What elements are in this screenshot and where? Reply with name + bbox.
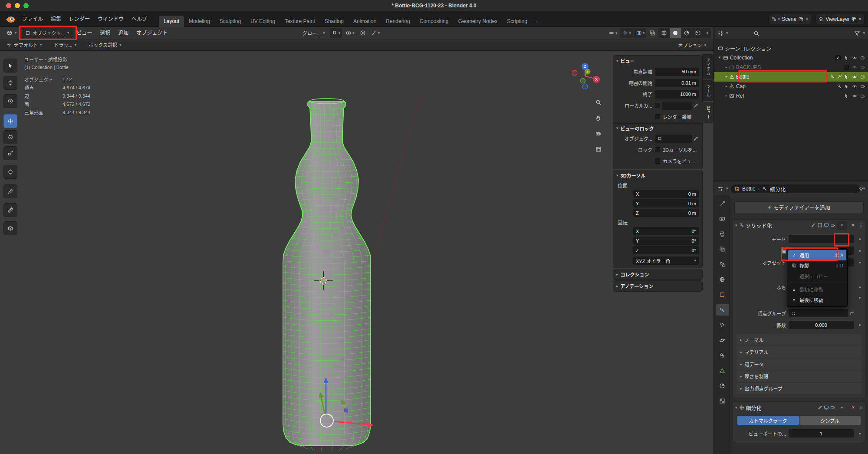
modifier-extras-dropdown[interactable]: ▾ [837,221,847,230]
chevron-down-icon[interactable]: ▾ [726,31,728,35]
selectable-icon[interactable] [844,74,849,79]
tab-object-data[interactable] [716,365,729,376]
hide-eye-icon[interactable] [852,74,857,79]
pivot-dropdown[interactable]: デフォルト ▾ [3,39,45,50]
tab-physics[interactable] [716,335,729,346]
visibility-dropdown[interactable]: ▾ [607,28,619,38]
tab-modifiers[interactable] [716,304,729,316]
eyedropper-icon[interactable] [694,136,699,141]
scene-selector[interactable]: ▾ Scene × [768,14,812,24]
mode-field[interactable] [789,235,854,243]
modifier-name[interactable]: ソリッド化 [746,222,809,229]
add-workspace-button[interactable]: + [532,16,542,27]
ortho-toggle-button[interactable] [593,144,604,155]
section-materials[interactable]: ▸マテリアル [736,346,861,358]
catmull-clark-button[interactable]: カトマルクラーク [737,416,799,425]
bottle-row[interactable]: ▸ Bottle [714,72,868,82]
modifier-close-button[interactable]: × [848,403,858,412]
traffic-lights[interactable] [6,3,29,8]
menu-window[interactable]: ウィンドウ [94,14,128,24]
navigation-gizmo[interactable]: Z Y X [569,61,602,94]
hide-eye-icon[interactable] [852,65,857,70]
menu-duplicate[interactable]: 複製 ⇧ D [787,260,847,271]
bottle-mesh[interactable] [283,99,371,451]
snap-target-dropdown[interactable]: ▾ [344,28,356,38]
menu-render[interactable]: レンダー [65,14,94,24]
expand-icon[interactable]: ▸ [726,75,727,79]
workspace-tab-layout[interactable]: Layout [159,16,184,27]
render-camera-icon[interactable] [860,84,865,89]
gizmo-toggle[interactable]: ▾ [620,28,633,38]
solidify-header[interactable]: ▾ ソリッド化 ▾ × ⠿ [733,220,865,231]
rotation-mode-dropdown[interactable]: XYZ オイラー角 ▾ [633,257,699,265]
render-camera-icon[interactable] [860,55,865,60]
transform-orientation-dropdown[interactable]: グロー... ▾ [299,28,328,38]
view-section-header[interactable]: ▾ ビュー [613,56,702,66]
hide-eye-icon[interactable] [852,93,857,99]
workspace-tab-sculpting[interactable]: Sculpting [215,16,246,27]
edit-mode-toggle-icon[interactable] [817,405,822,410]
hide-eye-icon[interactable] [852,55,857,60]
section-output-vertex-groups[interactable]: ▸出力頂点グループ [736,383,861,394]
expand-icon[interactable]: ▸ [726,66,727,69]
tab-material[interactable] [716,380,729,391]
scene-collection-row[interactable]: シーンコレクション [714,43,868,53]
annotations-section-header[interactable]: ▸ アノテーション [613,281,702,291]
cursor-z-field[interactable]: Z0 m [633,209,699,217]
shading-wireframe-button[interactable] [658,28,670,38]
workspace-tab-animation[interactable]: Animation [349,16,381,27]
cage-toggle-icon[interactable] [817,223,822,228]
annotate-tool[interactable] [3,184,17,198]
rotate-tool[interactable] [3,130,17,144]
outliner-editor-icon[interactable] [717,30,723,36]
cursor-rot-z-field[interactable]: Z0° [633,246,699,254]
workspace-tab-texturepaint[interactable]: Texture Paint [280,16,320,27]
snap-toggle[interactable]: ▾ [330,28,342,38]
menu-select[interactable]: 選択 [96,28,114,38]
tab-constraints[interactable] [716,350,729,361]
vertex-group-field[interactable] [789,309,848,317]
workspace-tab-geometrynodes[interactable]: Geometry Nodes [453,16,502,27]
workspace-tab-rendering[interactable]: Rendering [381,16,414,27]
mode-dropdown[interactable]: オブジェクト... ▾ [22,28,73,38]
chevron-down-icon[interactable]: ▾ [735,406,737,410]
selectable-icon[interactable] [844,93,849,99]
proportional-editing-toggle[interactable] [358,28,368,38]
shading-solid-button[interactable] [670,28,681,38]
measure-tool[interactable] [3,203,17,217]
menu-help[interactable]: ヘルプ [128,14,151,24]
viewport-3d[interactable]: ユーザー・透視投影 (1) Collection | Bottle オブジェクト… [0,51,713,454]
render-camera-icon[interactable] [860,74,865,79]
close-window-button[interactable] [6,3,11,8]
subdivision-header[interactable]: ▾ 細分化 ▾ × ⠿ [733,402,865,413]
cursor-tool[interactable] [3,76,17,90]
menu-file[interactable]: ファイル [18,14,47,24]
chevron-down-icon[interactable]: ▾ [726,187,728,191]
tab-render[interactable] [716,213,729,224]
select-box-tool[interactable] [3,59,17,72]
lock-to-cursor-checkbox[interactable] [655,147,660,152]
realtime-toggle-icon[interactable] [824,223,829,228]
menu-view[interactable]: ビュー [72,28,96,38]
render-region-checkbox[interactable] [655,114,660,119]
expand-icon[interactable]: ▼ [718,56,721,59]
new-viewlayer-icon[interactable] [852,16,857,22]
unlink-viewlayer-icon[interactable]: × [858,16,861,22]
clip-end-field[interactable]: 1000 m [655,90,699,99]
realtime-toggle-icon[interactable] [824,405,829,410]
zoom-button[interactable] [593,97,604,108]
cursor-y-field[interactable]: Y0 m [633,199,699,207]
editor-type-button[interactable]: ▾ [3,28,20,38]
swap-icon[interactable]: ⇄ [850,310,854,316]
camera-to-view-checkbox[interactable] [655,158,660,164]
menu-object[interactable]: オブジェクト [132,28,171,38]
move-tool[interactable] [3,114,17,128]
shading-rendered-button[interactable] [692,28,704,38]
focal-length-field[interactable]: 50 mm [655,68,699,76]
tab-object[interactable] [716,289,729,300]
workspace-tab-shading[interactable]: Shading [320,16,349,27]
drag-handle-icon[interactable]: ⠿ [860,223,863,228]
section-edge-data[interactable]: ▸辺データ [736,359,861,370]
modifier-name[interactable]: 細分化 [746,404,815,411]
unlink-scene-icon[interactable]: × [805,16,808,22]
